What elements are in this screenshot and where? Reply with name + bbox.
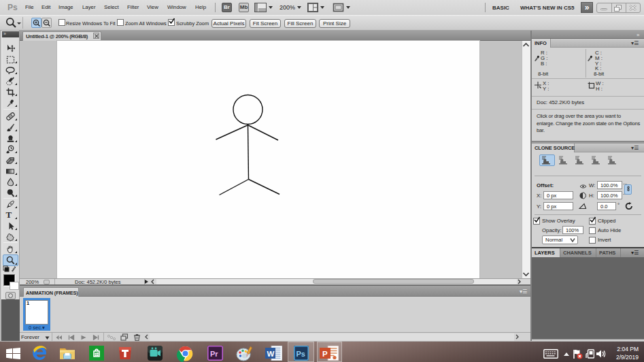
svg-text:P: P: [322, 350, 328, 358]
svg-text:W: W: [267, 350, 275, 358]
svg-text:Ps: Ps: [296, 350, 305, 358]
svg-text:Pr: Pr: [210, 350, 218, 358]
